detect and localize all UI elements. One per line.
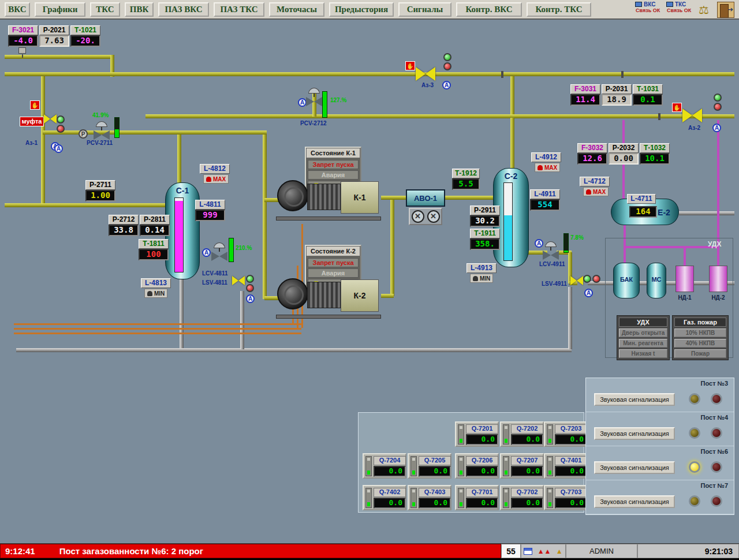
bell-icon [147, 291, 152, 296]
menu-contr-tks[interactable]: Контр. ТКС [527, 2, 591, 17]
post3-yellow-lamp [689, 393, 700, 405]
scada-screen: ВКС Графики ТКС ПВК ПАЗ ВКС ПАЗ ТКС Мото… [0, 0, 739, 560]
value-p2711[interactable]: 1.00 [85, 190, 115, 201]
valve-lcv4811[interactable] [211, 242, 227, 262]
valve-az2[interactable] [682, 109, 702, 122]
udx-alarm-row: Низкая t [619, 349, 667, 358]
value-p2911[interactable]: 30.2 [470, 215, 500, 227]
value-p2021[interactable]: 7.63 [39, 35, 69, 47]
tag-p2031: Р-2031 [602, 84, 632, 94]
alarm-message-line[interactable]: 9:12:41 Пост загазованности №6: 2 порог [0, 544, 501, 558]
menu-paz-vks[interactable]: ПАЗ ВКС [158, 2, 209, 17]
tag-l4913: L-4913 [466, 263, 497, 273]
value-t1811[interactable]: 100 [139, 249, 169, 260]
menu-pvk[interactable]: ПВК [125, 2, 154, 17]
comm-vks-name: ВКС [644, 1, 655, 8]
warning-red-icon[interactable] [538, 547, 551, 555]
auto-mode-icon[interactable] [298, 98, 307, 107]
valve-lsv4811[interactable] [232, 276, 245, 285]
detector-q7401: Q-7401 0.0 [544, 453, 588, 479]
sound-alarm-button[interactable]: Звуковая сигнализация [594, 461, 675, 474]
manual-hand-icon[interactable] [30, 100, 40, 110]
value-p2811[interactable]: 0.14 [140, 225, 170, 236]
pipe [263, 135, 267, 299]
pump-nd2[interactable] [709, 266, 727, 292]
auto-mode-icon[interactable] [712, 124, 721, 132]
valve-lcv4911[interactable] [543, 241, 559, 260]
value-f3021[interactable]: -4.0 [8, 35, 38, 47]
menu-signals[interactable]: Сигналы [398, 2, 451, 17]
tag-p2911: Р-2911 [470, 206, 500, 215]
compressor-k2[interactable]: К-2 [276, 276, 381, 319]
value-f3031[interactable]: 11.4 [570, 94, 600, 106]
auto-mode-icon[interactable] [535, 239, 543, 248]
menu-contr-vks[interactable]: Контр. ВКС [456, 2, 522, 17]
menu-tks[interactable]: ТКС [90, 2, 120, 17]
value-p2031[interactable]: 18.9 [602, 94, 632, 106]
vessel-ms-label: МС [647, 276, 666, 283]
value-t1912[interactable]: 5.5 [452, 178, 480, 190]
fire-alarm-panel: Газ. пожар 10% НКПВ 40% НКПВ Пожар [672, 315, 729, 360]
post-7: Пост №7 Звуковая сигнализация [586, 480, 734, 514]
current-user[interactable]: ADMIN [566, 544, 637, 558]
cooler-avo1[interactable]: АВО-1 [406, 189, 445, 207]
auto-mode-icon[interactable] [584, 289, 593, 297]
lsv4811-closed-lamp [246, 284, 254, 292]
state-k2-row: Запрет пуска [308, 258, 359, 267]
pump-p-icon: P [79, 129, 88, 139]
pump-nd1[interactable] [675, 266, 694, 292]
value-l4911[interactable]: 554 [530, 199, 560, 211]
post6-red-lamp [711, 461, 722, 473]
alarm-list-icon[interactable] [524, 548, 532, 555]
state-k1-title: Состояние К-1 [306, 148, 360, 158]
tag-l4712: L-4712 [580, 177, 610, 186]
menu-motohours[interactable]: Моточасы [269, 2, 324, 17]
auto-mode-icon[interactable] [442, 81, 451, 89]
value-p2032[interactable]: 0.00 [609, 153, 639, 165]
valve-pcv2711[interactable] [94, 121, 110, 140]
vessel-bak-label: БАК [613, 276, 640, 283]
valve-az1[interactable] [44, 114, 57, 124]
value-t1911[interactable]: 358. [470, 238, 500, 250]
value-l4711[interactable]: 164 [629, 206, 657, 218]
scales-icon[interactable] [699, 3, 709, 17]
menu-graphs[interactable]: Графики [35, 2, 85, 17]
sound-alarm-button[interactable]: Звуковая сигнализация [594, 427, 675, 440]
value-l4811[interactable]: 999 [195, 210, 225, 221]
auto-mode-icon[interactable] [202, 248, 211, 257]
value-t1021[interactable]: -20. [70, 35, 100, 47]
value-t1032[interactable]: 10.1 [640, 153, 670, 165]
az2-open-lamp [714, 94, 722, 102]
auto-mode-icon[interactable] [54, 144, 63, 153]
l4712-max-badge: МАХ [583, 187, 609, 196]
sound-alarm-button[interactable]: Звуковая сигнализация [594, 393, 675, 406]
valve-pcv2712[interactable] [306, 88, 322, 107]
pipe [41, 76, 45, 206]
manual-hand-icon[interactable] [405, 61, 415, 70]
pipe [43, 130, 267, 135]
az3-open-lamp [443, 53, 451, 61]
pipe-orange [14, 328, 301, 330]
sound-alarm-button[interactable]: Звуковая сигнализация [594, 495, 675, 508]
statusbar-icons [521, 544, 566, 558]
value-t1031[interactable]: 0.1 [633, 94, 663, 106]
detector-strip [410, 488, 417, 508]
manual-hand-icon[interactable] [672, 103, 682, 112]
valve-az3[interactable] [416, 67, 435, 81]
exit-door-icon[interactable] [717, 2, 734, 18]
auto-mode-icon[interactable] [246, 294, 255, 303]
pipe [5, 55, 114, 59]
detector-strip [547, 424, 553, 445]
menu-vks[interactable]: ВКС [5, 2, 30, 17]
pipe-gray [568, 287, 572, 349]
tag-t1021: Т-1021 [70, 25, 100, 35]
value-p2712[interactable]: 33.8 [109, 225, 139, 236]
menu-history[interactable]: Предыстория [329, 2, 394, 17]
warning-yellow-icon[interactable] [556, 547, 563, 555]
menu-paz-tks[interactable]: ПАЗ ТКС [214, 2, 264, 17]
alarm-time: 9:12:41 [5, 546, 35, 556]
valve-lsv4911[interactable] [570, 276, 583, 285]
value-f3032[interactable]: 12.6 [577, 153, 607, 165]
compressor-k1[interactable]: К-1 [276, 178, 381, 221]
state-k1-row: Запрет пуска [308, 160, 359, 169]
